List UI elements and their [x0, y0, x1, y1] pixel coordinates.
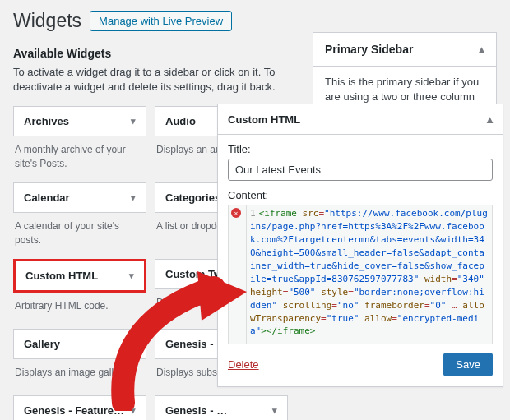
widget-title[interactable]: Genesis - Feature…▾: [13, 395, 146, 420]
widget-box: Calendar▾A calendar of your site's posts…: [13, 182, 146, 259]
widget-desc: Arbitrary HTML code.: [13, 293, 146, 329]
delete-link[interactable]: Delete: [228, 358, 259, 371]
widget-title[interactable]: Custom HTML▾: [13, 259, 146, 293]
widget-title[interactable]: Genesis - …▾: [155, 395, 288, 420]
error-icon: [231, 208, 241, 218]
collapse-icon[interactable]: ▴: [479, 43, 484, 56]
widget-box: Genesis - …▾Displays featured thumbnails: [155, 395, 288, 420]
widget-title-label: Gallery: [24, 338, 60, 350]
widget-title[interactable]: Archives▾: [13, 106, 146, 136]
widget-title-input[interactable]: [228, 159, 493, 181]
widget-title[interactable]: Calendar▾: [13, 182, 146, 213]
page-title: Widgets: [13, 10, 81, 32]
chevron-down-icon: ▾: [131, 192, 136, 203]
content-label: Content:: [228, 189, 493, 201]
available-widgets-heading: Available Widgets: [13, 47, 296, 60]
manage-live-preview-button[interactable]: Manage with Live Preview: [90, 11, 232, 31]
widget-desc: A calendar of your site's posts.: [13, 213, 146, 259]
widget-title-label: Genesis - Feature…: [24, 404, 124, 417]
widget-box: Gallery▾Displays an image gallery.: [13, 329, 146, 395]
code-editor[interactable]: 1<iframe src="https://www.facebook.com/p…: [228, 205, 493, 344]
widget-desc: A monthly archive of your site's Posts.: [13, 136, 146, 182]
chevron-down-icon: ▾: [131, 116, 136, 127]
chevron-down-icon: ▾: [129, 270, 134, 281]
widget-title-label: Genesis - …: [165, 404, 227, 417]
primary-sidebar-title: Primary Sidebar: [325, 43, 413, 56]
editor-title: Custom HTML: [228, 113, 300, 126]
chevron-down-icon: ▾: [131, 339, 136, 349]
save-button[interactable]: Save: [443, 353, 493, 376]
widget-box: Custom HTML▾Arbitrary HTML code.: [13, 259, 146, 329]
code-content[interactable]: 1<iframe src="https://www.facebook.com/p…: [247, 205, 492, 344]
custom-html-editor: Custom HTML ▴ Title: Content: 1<iframe s…: [217, 104, 503, 387]
widget-title-label: Categories: [165, 192, 220, 204]
title-label: Title:: [228, 143, 493, 155]
chevron-down-icon: ▾: [131, 405, 136, 416]
widget-title-label: Audio: [165, 115, 196, 127]
widget-box: Genesis - Feature…▾Displays featured pag…: [13, 395, 146, 420]
chevron-down-icon: ▾: [272, 405, 277, 416]
widget-box: Archives▾A monthly archive of your site'…: [13, 106, 146, 182]
widget-title-label: Custom HTML: [26, 270, 98, 282]
widget-desc: Displays an image gallery.: [13, 359, 146, 395]
available-widgets-help: To activate a widget drag it to a sideba…: [13, 65, 296, 95]
collapse-icon[interactable]: ▴: [487, 113, 493, 126]
widget-title-label: Archives: [24, 115, 69, 127]
widget-title-label: Calendar: [24, 192, 70, 204]
widget-title[interactable]: Gallery▾: [13, 329, 146, 359]
